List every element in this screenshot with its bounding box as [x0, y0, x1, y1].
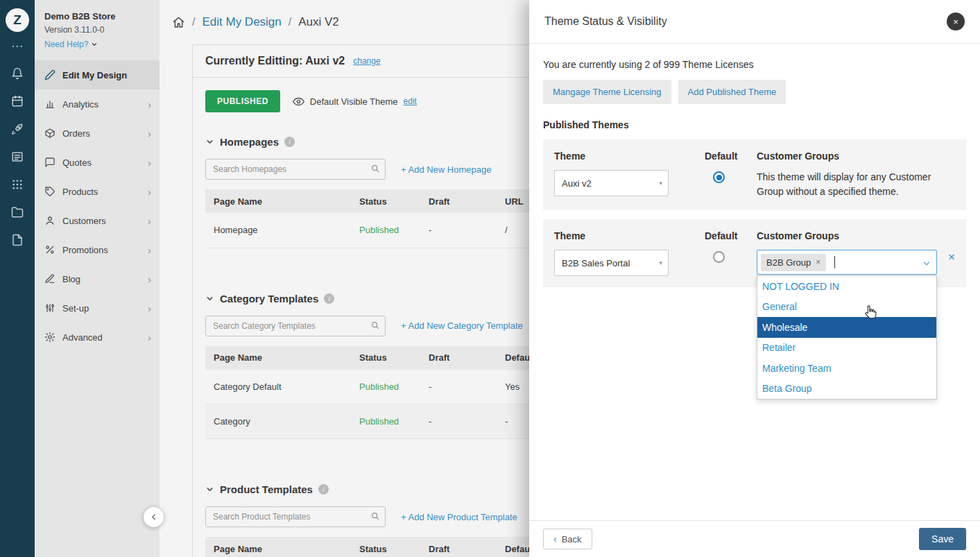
remove-tag-icon[interactable]: ×: [816, 257, 820, 267]
sidebar-collapse-button[interactable]: [144, 507, 164, 527]
theme-column-label: Theme: [554, 151, 705, 162]
dropdown-option-not-logged-in[interactable]: NOT LOGGED IN: [757, 276, 936, 297]
folder-icon[interactable]: [11, 206, 24, 218]
need-help-link[interactable]: Need Help?: [44, 40, 150, 49]
more-icon[interactable]: ⋯: [11, 40, 24, 52]
table-row[interactable]: Category Default Published - Yes: [205, 370, 583, 404]
published-theme-card-default: Theme Auxi v2 ▾ Default Customer Groups …: [543, 139, 966, 210]
chevron-right-icon: ›: [148, 157, 151, 169]
chevron-right-icon: ›: [148, 332, 151, 343]
customer-groups-multiselect[interactable]: B2B Group ×: [757, 250, 937, 275]
theme-select-value: B2B Sales Portal: [562, 258, 630, 268]
sidebar-item-label: Quotes: [62, 157, 141, 168]
text-caret: [834, 256, 835, 268]
close-panel-button[interactable]: ×: [947, 12, 965, 31]
table-row[interactable]: Homepage Published - /: [205, 213, 583, 248]
edit-visible-theme-link[interactable]: edit: [404, 96, 417, 106]
rocket-icon[interactable]: [11, 123, 24, 135]
homepages-table: Page Name Status Draft URL Homepage Publ…: [205, 189, 583, 248]
sidebar-item-blog[interactable]: Blog ›: [35, 264, 160, 293]
sidebar-item-promotions[interactable]: Promotions ›: [35, 235, 160, 264]
dropdown-option-beta-group[interactable]: Beta Group: [757, 379, 936, 400]
add-published-theme-button[interactable]: Add Published Theme: [678, 80, 786, 104]
sliders-icon: [44, 302, 55, 314]
remove-theme-row-button[interactable]: ×: [948, 251, 955, 263]
panel-header: Theme Status & Visibility ×: [529, 0, 980, 44]
table-row[interactable]: Category Published - -: [205, 404, 583, 439]
add-new-homepage-link[interactable]: + Add New Homepage: [401, 164, 491, 175]
calendar-icon[interactable]: [11, 95, 24, 108]
save-button[interactable]: Save: [919, 528, 966, 550]
column-header: Draft: [420, 537, 497, 557]
info-icon[interactable]: i: [324, 293, 334, 304]
manage-theme-licensing-button[interactable]: Mangage Theme Licensing: [543, 80, 671, 104]
document-icon[interactable]: [11, 234, 24, 246]
breadcrumb-separator: /: [192, 16, 195, 28]
default-theme-radio-unselected[interactable]: [713, 251, 725, 263]
sidebar-item-edit-my-design[interactable]: Edit My Design: [35, 60, 160, 89]
search-box: [205, 506, 386, 527]
column-header: Page Name: [205, 537, 351, 557]
apps-grid-icon[interactable]: [11, 178, 24, 191]
notifications-bell-icon[interactable]: [11, 67, 24, 80]
section-product-templates: Product Templates i + Add New Product Te…: [205, 483, 581, 557]
chevron-down-icon[interactable]: [922, 259, 931, 268]
currently-editing-title: Currently Editting: Auxi v2: [205, 55, 345, 67]
add-new-product-template-link[interactable]: + Add New Product Template: [401, 512, 517, 522]
eye-icon: [293, 96, 304, 108]
add-new-category-template-link[interactable]: + Add New Category Template: [401, 320, 523, 331]
panel-body: You are currently using 2 of 999 Theme L…: [529, 44, 980, 302]
theme-select-b2b-sales-portal[interactable]: B2B Sales Portal ▾: [554, 250, 669, 276]
column-header: Status: [351, 537, 420, 557]
dropdown-option-wholesale[interactable]: Wholesale: [757, 317, 936, 338]
theme-select-auxi-v2[interactable]: Auxi v2 ▾: [554, 170, 669, 196]
chevron-left-icon: [149, 513, 158, 522]
sidebar-item-advanced[interactable]: Advanced ›: [35, 323, 160, 352]
info-icon[interactable]: i: [284, 137, 295, 147]
sidebar-item-set-up[interactable]: Set-up ›: [35, 293, 160, 323]
sidebar-menu: Edit My Design Analytics › Orders › Quot…: [35, 60, 160, 352]
dropdown-option-retailer[interactable]: Retailer: [757, 338, 936, 359]
collapse-chevron-icon[interactable]: [205, 137, 214, 146]
search-category-templates-input[interactable]: [205, 316, 386, 336]
theme-column-label: Theme: [554, 230, 705, 241]
dropdown-option-marketing-team[interactable]: Marketing Team: [757, 358, 936, 379]
theme-select-value: Auxi v2: [562, 178, 592, 189]
default-column-label: Default: [705, 151, 757, 162]
search-box: [205, 159, 386, 180]
default-theme-radio-selected[interactable]: [713, 171, 725, 183]
home-icon[interactable]: [172, 16, 185, 29]
search-product-templates-input[interactable]: [205, 506, 386, 527]
breadcrumb-separator: /: [289, 16, 291, 28]
panel-footer: ‹ Back Save: [529, 520, 980, 557]
customer-groups-column-label: Customer Groups: [757, 151, 955, 162]
dropdown-option-general[interactable]: General: [757, 297, 936, 318]
sidebar-item-products[interactable]: Products ›: [35, 177, 160, 206]
sidebar-item-customers[interactable]: Customers ›: [35, 206, 160, 235]
chevron-right-icon: ›: [148, 128, 151, 139]
cell-draft: -: [420, 404, 497, 439]
chevron-right-icon: ›: [148, 273, 151, 285]
news-icon[interactable]: [11, 151, 24, 163]
collapse-chevron-icon[interactable]: [205, 485, 214, 494]
search-homepages-input[interactable]: [205, 159, 386, 180]
info-icon[interactable]: i: [318, 484, 329, 495]
change-theme-link[interactable]: change: [353, 56, 380, 66]
caret-down-icon: ▾: [659, 180, 662, 187]
chevron-right-icon: ›: [148, 244, 151, 256]
zoey-logo[interactable]: Z: [6, 8, 29, 32]
search-icon: [370, 320, 380, 330]
back-button[interactable]: ‹ Back: [543, 529, 592, 549]
sidebar-item-label: Advanced: [62, 332, 141, 343]
license-usage-text: You are currently using 2 of 999 Theme L…: [543, 59, 966, 70]
sidebar-item-analytics[interactable]: Analytics ›: [35, 89, 160, 119]
store-name: Demo B2B Store: [44, 11, 150, 22]
cell-status: Published: [351, 213, 420, 248]
sidebar-item-orders[interactable]: Orders ›: [35, 119, 160, 148]
collapse-chevron-icon[interactable]: [205, 294, 214, 303]
breadcrumb-link-edit-my-design[interactable]: Edit My Design: [202, 15, 281, 29]
published-status-button[interactable]: PUBLISHED: [205, 90, 280, 112]
sidebar-item-label: Products: [62, 187, 141, 197]
chevron-left-icon: ‹: [553, 533, 557, 545]
sidebar-item-quotes[interactable]: Quotes ›: [35, 148, 160, 177]
